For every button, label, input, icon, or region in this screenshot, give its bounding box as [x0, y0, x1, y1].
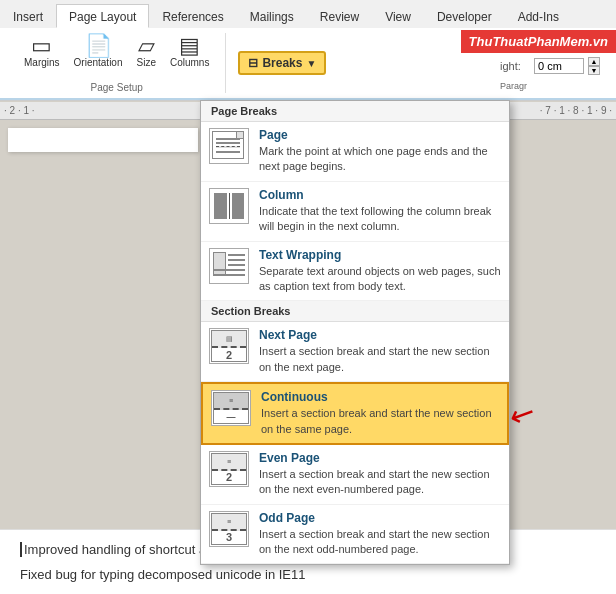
breaks-dropdown-arrow: ▼ — [306, 58, 316, 69]
breaks-dropdown-menu: Page Breaks Page Mark the point at which… — [200, 100, 510, 565]
size-button[interactable]: ▱ Size — [133, 33, 160, 70]
orientation-icon: 📄 — [85, 35, 112, 57]
doc-line2: Fixed bug for typing decomposed unicode … — [20, 567, 596, 582]
text-wrapping-icon — [209, 248, 249, 284]
menu-item-odd-page[interactable]: ≡ 3 Odd Page Insert a section break and … — [201, 505, 509, 565]
continuous-menu-text: Continuous Insert a section break and st… — [261, 390, 499, 437]
ribbon: Insert Page Layout References Mailings R… — [0, 0, 616, 101]
menu-item-continuous[interactable]: ≡ — Continuous Insert a section break an… — [201, 382, 509, 445]
paragraph-group-label: Paragr — [500, 81, 600, 91]
tab-review[interactable]: Review — [307, 4, 372, 28]
breaks-icon: ⊟ — [248, 56, 258, 70]
menu-item-even-page[interactable]: ≡ 2 Even Page Insert a section break and… — [201, 445, 509, 505]
page-setup-group: ▭ Margins 📄 Orientation ▱ Size ▤ Columns… — [8, 33, 226, 93]
page-setup-label: Page Setup — [91, 82, 143, 93]
ribbon-tabs: Insert Page Layout References Mailings R… — [0, 0, 616, 28]
right-spin-down[interactable]: ▼ — [588, 66, 600, 75]
next-page-icon: ▤ 2 — [209, 328, 249, 364]
menu-item-column[interactable]: Column Indicate that the text following … — [201, 182, 509, 242]
tab-view[interactable]: View — [372, 4, 424, 28]
even-page-icon: ≡ 2 — [209, 451, 249, 487]
tab-references[interactable]: References — [149, 4, 236, 28]
even-page-desc: Insert a section break and start the new… — [259, 467, 501, 498]
right-field-row: ight: ▲ ▼ — [500, 57, 600, 75]
tab-add-ins[interactable]: Add-Ins — [505, 4, 572, 28]
section-breaks-section-label: Section Breaks — [201, 301, 509, 322]
column-menu-text: Column Indicate that the text following … — [259, 188, 501, 235]
page-desc: Mark the point at which one page ends an… — [259, 144, 501, 175]
menu-item-next-page[interactable]: ▤ 2 Next Page Insert a section break and… — [201, 322, 509, 382]
columns-button[interactable]: ▤ Columns — [166, 33, 213, 70]
tab-insert[interactable]: Insert — [0, 4, 56, 28]
breaks-button[interactable]: ⊟ Breaks ▼ — [238, 51, 326, 75]
next-page-title: Next Page — [259, 328, 501, 342]
next-page-menu-text: Next Page Insert a section break and sta… — [259, 328, 501, 375]
odd-page-menu-text: Odd Page Insert a section break and star… — [259, 511, 501, 558]
right-input[interactable] — [534, 58, 584, 74]
tab-page-layout[interactable]: Page Layout — [56, 4, 149, 28]
continuous-desc: Insert a section break and start the new… — [261, 406, 499, 437]
odd-page-icon: ≡ 3 — [209, 511, 249, 547]
right-spin-up[interactable]: ▲ — [588, 57, 600, 66]
columns-icon: ▤ — [179, 35, 200, 57]
page-setup-icons: ▭ Margins 📄 Orientation ▱ Size ▤ Columns — [20, 33, 213, 70]
page-title: Page — [259, 128, 501, 142]
logo-watermark: ThuThuatPhanMem.vn — [461, 30, 616, 53]
even-page-menu-text: Even Page Insert a section break and sta… — [259, 451, 501, 498]
right-spinner[interactable]: ▲ ▼ — [588, 57, 600, 75]
ribbon-body: ▭ Margins 📄 Orientation ▱ Size ▤ Columns… — [0, 28, 616, 100]
odd-page-desc: Insert a section break and start the new… — [259, 527, 501, 558]
text-wrapping-title: Text Wrapping — [259, 248, 501, 262]
odd-page-title: Odd Page — [259, 511, 501, 525]
continuous-title: Continuous — [261, 390, 499, 404]
page-menu-text: Page Mark the point at which one page en… — [259, 128, 501, 175]
margins-icon: ▭ — [31, 35, 52, 57]
menu-item-page[interactable]: Page Mark the point at which one page en… — [201, 122, 509, 182]
ruler-right-text: · 7 · 1 · 8 · 1 · 9 · — [540, 105, 612, 116]
column-title: Column — [259, 188, 501, 202]
continuous-icon: ≡ — — [211, 390, 251, 426]
text-wrapping-desc: Separate text around objects on web page… — [259, 264, 501, 295]
size-icon: ▱ — [138, 35, 155, 57]
ruler-left-text: · 2 · 1 · — [4, 105, 35, 116]
right-label: ight: — [500, 60, 530, 72]
page-break-icon — [209, 128, 249, 164]
menu-item-text-wrapping[interactable]: Text Wrapping Separate text around objec… — [201, 242, 509, 302]
document-page — [8, 128, 198, 152]
even-page-title: Even Page — [259, 451, 501, 465]
orientation-button[interactable]: 📄 Orientation — [70, 33, 127, 70]
page-breaks-section-label: Page Breaks — [201, 101, 509, 122]
column-break-icon — [209, 188, 249, 224]
column-desc: Indicate that the text following the col… — [259, 204, 501, 235]
margins-button[interactable]: ▭ Margins — [20, 33, 64, 70]
tab-mailings[interactable]: Mailings — [237, 4, 307, 28]
text-wrapping-menu-text: Text Wrapping Separate text around objec… — [259, 248, 501, 295]
next-page-desc: Insert a section break and start the new… — [259, 344, 501, 375]
tab-developer[interactable]: Developer — [424, 4, 505, 28]
